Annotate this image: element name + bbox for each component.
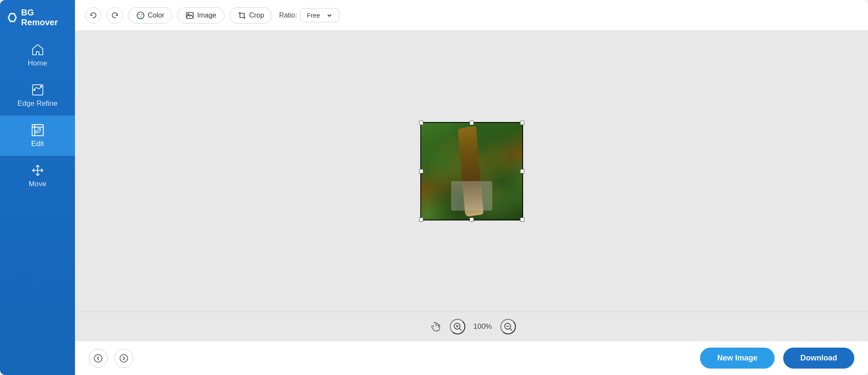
sidebar-item-edit[interactable]: Edit (0, 116, 75, 156)
svg-point-21 (94, 354, 102, 362)
logo-icon (7, 12, 18, 24)
color-palette-icon (136, 11, 145, 20)
new-image-button[interactable]: New Image (700, 348, 775, 369)
main-area: Color Image Crop Ratio: Free (75, 0, 868, 375)
chevron-right-icon (120, 354, 128, 363)
svg-point-3 (40, 86, 42, 88)
svg-point-22 (120, 354, 128, 362)
prev-button[interactable] (89, 349, 108, 368)
sidebar: BG Remover Home Edge Refine (0, 0, 75, 375)
crop-button[interactable]: Crop (230, 7, 272, 24)
zoom-in-icon (452, 321, 463, 332)
footer: New Image Download (75, 341, 868, 375)
bottom-bar: 100% (75, 312, 868, 341)
sidebar-nav: Home Edge Refine Edit (0, 35, 75, 375)
svg-point-8 (137, 12, 144, 19)
zoom-controls: 100% (428, 319, 516, 334)
forest-image (420, 122, 523, 220)
move-icon (31, 164, 45, 177)
sidebar-item-move[interactable]: Move (0, 156, 75, 196)
sidebar-item-edge-refine[interactable]: Edge Refine (0, 75, 75, 116)
sidebar-item-home-label: Home (28, 59, 47, 68)
crop-icon (238, 11, 246, 20)
color-button[interactable]: Color (128, 7, 172, 24)
color-button-label: Color (148, 12, 164, 19)
svg-point-4 (33, 89, 35, 91)
svg-point-11 (140, 16, 141, 17)
sidebar-item-home[interactable]: Home (0, 35, 75, 75)
zoom-in-button[interactable] (450, 319, 465, 334)
sidebar-item-move-label: Move (29, 180, 47, 188)
ratio-select[interactable]: Free (300, 8, 339, 22)
next-button[interactable] (114, 349, 133, 368)
sidebar-item-edit-label: Edit (31, 140, 44, 148)
svg-point-10 (141, 14, 143, 15)
image-button-label: Image (197, 12, 216, 19)
zoom-percent: 100% (472, 322, 494, 331)
sidebar-item-edge-refine-label: Edge Refine (18, 99, 58, 108)
crop-button-label: Crop (249, 12, 264, 19)
download-button[interactable]: Download (783, 348, 854, 369)
footer-nav (89, 349, 133, 368)
app-logo: BG Remover (0, 0, 75, 35)
undo-icon (90, 12, 97, 19)
ratio-value: Free (307, 12, 320, 19)
svg-line-17 (459, 328, 461, 330)
crop-image (420, 122, 523, 220)
chevron-down-icon (326, 12, 333, 19)
home-icon (31, 43, 45, 57)
canvas-area[interactable] (75, 31, 868, 312)
undo-button[interactable] (85, 7, 102, 24)
redo-icon (111, 12, 119, 19)
ratio-group: Ratio: Free (279, 8, 339, 22)
footer-actions: New Image Download (700, 348, 854, 369)
image-icon (186, 11, 194, 20)
image-button[interactable]: Image (177, 7, 224, 24)
toolbar: Color Image Crop Ratio: Free (75, 0, 868, 31)
edge-refine-icon (31, 83, 45, 97)
zoom-out-button[interactable] (500, 319, 516, 334)
chevron-left-icon (94, 354, 102, 363)
ratio-label: Ratio: (279, 12, 297, 19)
svg-line-20 (510, 328, 512, 330)
zoom-out-icon (503, 321, 513, 332)
crop-container[interactable] (420, 122, 523, 220)
pan-button[interactable] (428, 319, 443, 334)
app-name: BG Remover (21, 8, 68, 27)
redo-button[interactable] (107, 7, 123, 24)
edit-icon (31, 123, 45, 137)
pan-icon (430, 321, 440, 332)
svg-point-9 (139, 14, 140, 15)
